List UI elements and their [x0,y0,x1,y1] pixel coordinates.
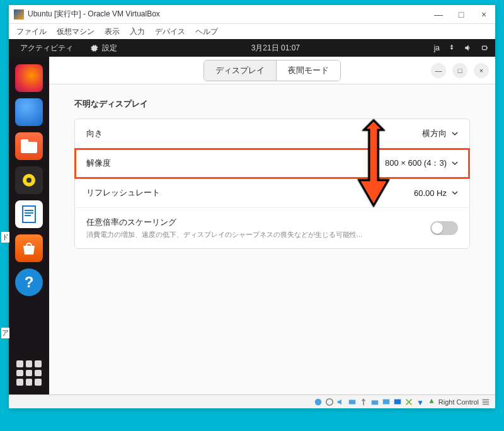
minimize-button[interactable]: — [432,9,445,20]
topbar-app[interactable]: 設定 [89,43,117,54]
window-title: Ubuntu [実行中] - Oracle VM VirtualBox [28,9,432,20]
dock: ? [9,57,49,394]
svg-rect-18 [483,403,490,405]
svg-rect-0 [483,46,487,50]
svg-point-11 [326,398,333,405]
svg-point-5 [26,178,32,183]
bg-label-2: ア [1,328,9,338]
section-title: 不明なディスプレイ [74,98,470,110]
chevron-down-icon [452,130,458,137]
virtualbox-icon [14,9,24,20]
menu-device[interactable]: デバイス [151,25,189,38]
volume-icon [464,43,472,52]
tab-display[interactable]: ディスプレイ [204,60,277,81]
svg-rect-14 [383,399,390,404]
shared-folder-icon[interactable] [370,398,379,406]
menu-view[interactable]: 表示 [101,25,123,38]
dock-thunderbird[interactable] [15,98,43,126]
inner-close-button[interactable]: × [474,63,489,78]
window-controls: — □ × [432,9,490,20]
question-icon: ? [25,273,34,291]
settings-content: ディスプレイ 夜間モード — □ × 不明なディスプレイ 向き [49,57,495,394]
harddisk-icon[interactable] [314,398,323,406]
show-apps-button[interactable] [16,360,42,386]
svg-rect-9 [25,215,31,216]
topbar-clock[interactable]: 3月21日 01:07 [117,43,434,54]
audio-icon[interactable] [336,398,345,406]
window-controls-inner: — □ × [431,63,489,78]
refresh-value: 60.00 Hz [414,188,447,198]
network-status-icon[interactable] [348,398,357,406]
row-resolution[interactable]: 解像度 800 × 600 (4：3) [75,149,469,178]
gnome-topbar: アクティビティ 設定 3月21日 01:07 ja [9,39,495,57]
orientation-value: 横方向 [422,128,447,139]
inner-maximize-button[interactable]: □ [452,63,467,78]
menubar: ファイル 仮想マシン 表示 入力 デバイス ヘルプ [9,24,495,39]
virtualbox-statusbar: Right Control [9,394,495,408]
maximize-button[interactable]: □ [455,9,467,20]
statusbar-menu-icon[interactable] [481,398,490,406]
svg-rect-8 [25,212,33,214]
svg-rect-16 [483,399,490,400]
settings-list: 向き 横方向 解像度 800 × 600 (4：3) [74,118,470,249]
recording-icon[interactable] [393,398,402,406]
usb-icon[interactable] [359,398,368,406]
menu-machine[interactable]: 仮想マシン [53,25,98,38]
svg-rect-1 [487,47,488,49]
row-fractional-scaling[interactable]: 任意倍率のスケーリング 消費電力の増加、速度の低下、ディスプレイのシャープネスの… [75,208,469,248]
input-lang[interactable]: ja [434,43,440,52]
cpu-icon[interactable] [404,398,413,406]
svg-rect-15 [394,399,401,404]
speaker-icon [21,172,37,188]
menu-help[interactable]: ヘルプ [192,25,222,38]
gear-icon [89,43,98,52]
scaling-toggle[interactable] [430,221,458,235]
dock-ubuntu-software[interactable] [15,234,43,262]
menu-input[interactable]: 入力 [126,25,149,38]
svg-point-10 [315,398,322,405]
topbar-status[interactable]: ja [434,43,489,52]
activities-button[interactable]: アクティビティ [15,42,78,55]
network-icon [447,43,456,52]
settings-header: ディスプレイ 夜間モード — □ × [49,57,495,84]
optical-icon[interactable] [325,398,334,406]
svg-rect-2 [21,142,37,153]
folder-icon [21,139,37,153]
svg-rect-7 [25,210,33,211]
menu-file[interactable]: ファイル [13,25,50,38]
display-icon[interactable] [382,398,391,406]
close-button[interactable]: × [478,9,490,20]
host-key-label: Right Control [438,398,479,406]
display-panel: 不明なディスプレイ 向き 横方向 解像度 800 × [49,84,495,263]
svg-rect-12 [349,399,356,404]
resolution-value: 800 × 600 (4：3) [385,158,447,169]
chevron-down-icon [452,190,458,196]
dock-rhythmbox[interactable] [15,166,43,194]
scaling-description: 消費電力の増加、速度の低下、ディスプレイのシャープネスの喪失などが生じる可能性.… [86,230,362,239]
power-icon [480,43,489,52]
svg-rect-17 [483,401,490,403]
refresh-label: リフレッシュレート [86,187,160,198]
document-icon [20,205,38,224]
tab-night-light[interactable]: 夜間モード [277,60,340,81]
dock-libreoffice-writer[interactable] [15,200,43,228]
row-orientation[interactable]: 向き 横方向 [75,119,469,149]
resolution-label: 解像度 [86,158,111,169]
inner-minimize-button[interactable]: — [431,63,446,78]
dock-firefox[interactable] [15,64,43,92]
row-refresh-rate[interactable]: リフレッシュレート 60.00 Hz [75,178,469,208]
dock-files[interactable] [15,132,43,160]
keyboard-capture-icon[interactable] [427,398,436,406]
dock-help[interactable]: ? [15,268,43,296]
tab-switcher: ディスプレイ 夜間モード [203,60,341,81]
titlebar: Ubuntu [実行中] - Oracle VM VirtualBox — □ … [9,5,495,24]
orientation-label: 向き [86,128,103,139]
desktop: ? ディスプレイ 夜間モード — □ × 不明なディスプレイ [9,57,495,394]
svg-rect-3 [21,139,28,143]
shopping-bag-icon [21,241,37,256]
virtualbox-window: Ubuntu [実行中] - Oracle VM VirtualBox — □ … [9,5,495,408]
mouse-integration-icon[interactable] [416,398,425,406]
chevron-down-icon [452,160,458,166]
svg-rect-6 [23,206,35,222]
bg-label-1: ド [1,232,9,243]
